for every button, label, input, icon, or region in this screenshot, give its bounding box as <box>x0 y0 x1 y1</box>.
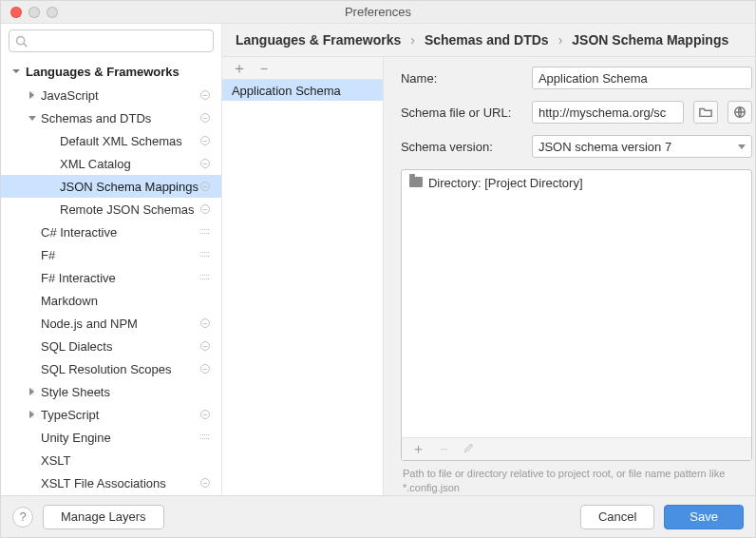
edit-scope-button[interactable] <box>463 441 475 457</box>
tree-item-label: Style Sheets <box>41 385 198 399</box>
project-override-icon <box>198 88 212 102</box>
schema-url-label: Schema file or URL: <box>401 106 522 120</box>
name-input[interactable] <box>532 67 752 89</box>
tree-item[interactable]: Node.js and NPM <box>1 312 221 335</box>
breadcrumb-item[interactable]: Languages & Frameworks <box>236 32 401 48</box>
schema-version-label: Schema version: <box>401 140 522 154</box>
mappings-list: ＋ － Application Schema <box>222 56 384 495</box>
tree-item-label: Default XML Schemas <box>60 134 198 148</box>
cancel-button[interactable]: Cancel <box>580 505 654 529</box>
dialog-footer: ? Manage Layers Cancel Save <box>1 495 755 537</box>
tree-item-label: Schemas and DTDs <box>41 111 198 125</box>
title-bar: Preferences <box>1 1 755 24</box>
tree-item-label: Markdown <box>41 294 198 308</box>
tree-item[interactable]: F# Interactive <box>1 266 221 289</box>
schema-url-input[interactable] <box>532 101 684 124</box>
project-override-icon <box>198 157 212 170</box>
browse-file-button[interactable] <box>693 101 718 124</box>
tree-item[interactable]: SQL Resolution Scopes <box>1 357 221 380</box>
close-window-button[interactable] <box>10 7 22 18</box>
tree-item-label: JavaScript <box>41 88 198 103</box>
remove-scope-button[interactable]: － <box>437 440 451 458</box>
settings-tree-pane: Languages & Frameworks JavaScriptSchemas… <box>1 24 222 495</box>
tree-item-label: XSLT <box>41 453 198 468</box>
manage-layers-button[interactable]: Manage Layers <box>43 505 164 529</box>
tree-item[interactable]: JavaScript <box>1 84 221 106</box>
tree-item-label: XSLT File Associations <box>41 476 198 490</box>
layered-setting-icon <box>198 271 212 284</box>
tree-item[interactable]: Unity Engine <box>1 426 221 449</box>
schema-version-value: JSON schema version 7 <box>539 140 671 154</box>
pencil-icon <box>463 442 475 454</box>
tree-item[interactable]: F# <box>1 243 221 266</box>
tree-item-label: JSON Schema Mappings <box>60 180 198 194</box>
scope-hint: Path to file or directory relative to pr… <box>401 461 752 495</box>
tree-item-label: Unity Engine <box>41 431 198 445</box>
window-controls <box>10 7 58 18</box>
tree-item-label: F# <box>41 248 198 262</box>
breadcrumb: Languages & Frameworks › Schemas and DTD… <box>222 24 756 56</box>
window-title: Preferences <box>1 5 755 19</box>
save-button[interactable]: Save <box>664 505 744 529</box>
svg-point-0 <box>17 36 25 44</box>
tree-item-label: Node.js and NPM <box>41 317 198 331</box>
schema-version-select[interactable]: JSON schema version 7 <box>532 135 752 158</box>
add-scope-button[interactable]: ＋ <box>411 440 425 458</box>
chevron-down-icon <box>738 144 746 149</box>
tree-section-heading[interactable]: Languages & Frameworks <box>1 62 221 84</box>
layered-setting-icon <box>198 225 212 239</box>
project-override-icon <box>198 476 212 490</box>
breadcrumb-item: JSON Schema Mappings <box>572 32 728 48</box>
chevron-right-icon <box>29 411 34 418</box>
tree-item[interactable]: Style Sheets <box>1 380 221 403</box>
chevron-right-icon <box>29 91 34 99</box>
folder-open-icon <box>699 106 712 119</box>
tree-item[interactable]: XSLT <box>1 449 221 471</box>
add-mapping-button[interactable]: ＋ <box>232 61 247 76</box>
mapping-list-item[interactable]: Application Schema <box>222 80 383 101</box>
open-url-button[interactable] <box>728 101 752 124</box>
tree-item[interactable]: JSON Schema Mappings <box>1 175 221 198</box>
tree-item[interactable]: XML Catalog <box>1 152 221 175</box>
tree-item[interactable]: Schemas and DTDs <box>1 106 221 129</box>
search-icon <box>15 35 28 48</box>
tree-item[interactable]: Markdown <box>1 289 221 312</box>
mappings-toolbar: ＋ － <box>222 57 383 80</box>
folder-icon <box>409 177 423 187</box>
remove-mapping-button[interactable]: － <box>256 61 272 76</box>
tree-item[interactable]: TypeScript <box>1 403 221 426</box>
project-override-icon <box>198 202 212 216</box>
breadcrumb-item[interactable]: Schemas and DTDs <box>425 32 549 48</box>
tree-item[interactable]: SQL Dialects <box>1 335 221 357</box>
tree-item-label: F# Interactive <box>41 271 198 285</box>
project-override-icon <box>198 408 212 421</box>
tree-item-label: TypeScript <box>41 408 198 422</box>
tree-item-label: C# Interactive <box>41 225 198 240</box>
minimize-window-button[interactable] <box>28 7 40 18</box>
chevron-right-icon <box>29 388 34 395</box>
project-override-icon <box>198 317 212 330</box>
name-label: Name: <box>401 71 522 86</box>
mapping-form: Name: Schema file or URL: Schema version… <box>384 56 756 495</box>
tree-item[interactable]: C# Interactive <box>1 221 221 243</box>
chevron-down-icon <box>28 116 36 121</box>
layered-setting-icon <box>198 248 212 261</box>
tree-item-label: SQL Resolution Scopes <box>41 362 198 376</box>
project-override-icon <box>198 134 212 147</box>
scope-toolbar: ＋ － <box>402 437 751 460</box>
tree-item[interactable]: Remote JSON Schemas <box>1 198 221 221</box>
globe-icon <box>733 106 747 119</box>
help-button[interactable]: ? <box>12 507 33 528</box>
tree-item-label: XML Catalog <box>60 157 198 171</box>
project-override-icon <box>198 339 212 353</box>
tree-item[interactable]: XSLT File Associations <box>1 471 221 494</box>
svg-line-1 <box>24 43 27 46</box>
tree-item-label: Remote JSON Schemas <box>60 202 198 217</box>
settings-tree[interactable]: Languages & Frameworks JavaScriptSchemas… <box>1 56 221 495</box>
search-input[interactable] <box>9 29 214 52</box>
scope-item[interactable]: Directory: [Project Directory] <box>409 176 744 190</box>
zoom-window-button[interactable] <box>47 7 58 18</box>
project-override-icon <box>198 362 212 375</box>
layered-setting-icon <box>198 431 212 444</box>
tree-item[interactable]: Default XML Schemas <box>1 129 221 152</box>
